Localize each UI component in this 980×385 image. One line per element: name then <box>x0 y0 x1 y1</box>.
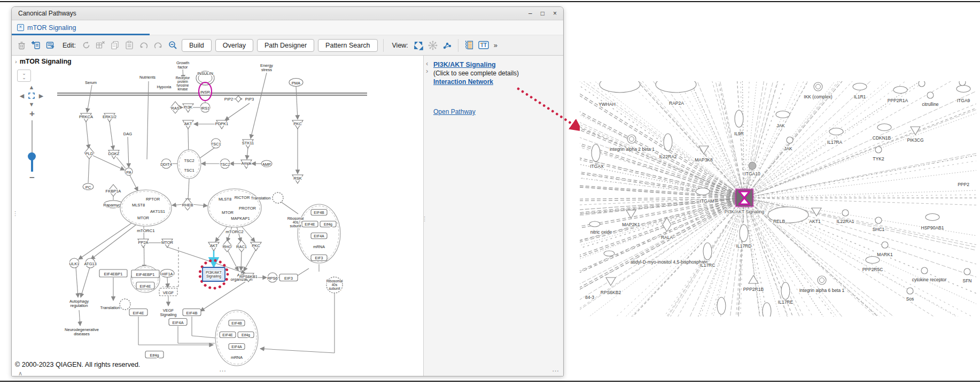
pathway-node-mtor[interactable]: MTOR <box>161 239 174 248</box>
radial-layout-icon[interactable] <box>427 40 438 51</box>
pathway-node-eif3[interactable]: EIF3 <box>279 274 298 281</box>
pathway-node-erk1-2[interactable]: ERK1/2 <box>103 113 116 122</box>
pathway-node-rsk[interactable]: RSK <box>292 175 303 183</box>
pathway-node-mlst8[interactable]: MLST8 <box>219 197 231 202</box>
left-drag-handle[interactable]: ⋮ <box>12 211 18 216</box>
zoom-slider-knob[interactable] <box>28 152 36 160</box>
path-designer-button[interactable]: Path Designer <box>257 39 314 52</box>
network-node-itgax[interactable]: ITGAX <box>590 144 604 169</box>
pathway-node-prkca[interactable]: PRKCA <box>79 113 93 122</box>
pathway-node-vegf-signaling[interactable]: VEGFSignaling <box>160 308 177 317</box>
pathway-node-ddit4[interactable]: DDIT4 <box>160 159 172 168</box>
pathway-node-amp[interactable]: AMP <box>261 160 272 167</box>
pathway-node-eif4g[interactable]: Eif4g <box>320 221 336 227</box>
minimize-button[interactable]: – <box>528 10 532 17</box>
redo-icon[interactable] <box>153 40 164 51</box>
overlay-button[interactable]: Overlay <box>215 39 253 52</box>
pathway-node-ampk[interactable]: Ampk <box>241 160 252 168</box>
pathway-node-tsc1[interactable]: TSC1 <box>184 168 194 173</box>
pan-right-button[interactable]: ▶ <box>39 93 43 99</box>
expand-icon[interactable] <box>413 40 424 51</box>
network-node-hsp90ab1[interactable]: HSP90AB1 <box>921 214 944 230</box>
pathway-node-pdpk1[interactable]: PDPK1 <box>215 120 229 129</box>
pathway-node-akt[interactable]: AKT <box>183 120 193 129</box>
network-node-shape[interactable] <box>919 81 925 87</box>
fit-view-icon[interactable] <box>28 93 35 99</box>
pathway-node-pkc[interactable]: PKC <box>251 242 261 251</box>
zoom-slider[interactable] <box>17 120 47 172</box>
text-format-icon[interactable]: TT <box>478 40 489 51</box>
copy-icon[interactable] <box>110 40 120 51</box>
pathway-node-pip2[interactable]: PIP2 <box>224 97 233 102</box>
pan-left-button[interactable]: ◀ <box>20 93 24 99</box>
pan-down-button[interactable]: ▼ <box>29 101 35 107</box>
pathway-node-ras[interactable]: RAS <box>170 102 180 113</box>
network-node-shape[interactable] <box>763 303 771 317</box>
pathway-node-pip3[interactable]: PIP3 <box>245 97 254 102</box>
undo-icon[interactable] <box>138 40 149 51</box>
pathway-node-rho[interactable]: RHO <box>222 240 232 252</box>
pathway-node-eif4a[interactable]: EIF4A <box>169 319 187 326</box>
panel-bottom-drag-handle[interactable]: ⋯ <box>552 367 559 375</box>
pathway-node-receptor-protein-tyrosine-kinase[interactable]: Receptorproteintyrosinekinase <box>176 76 190 91</box>
pathway-node-tsc2[interactable]: TSC2 <box>220 159 230 168</box>
pathway-node-serum[interactable]: Serum <box>85 80 97 85</box>
pathway-node-shape[interactable] <box>273 192 283 203</box>
collapse-bottom-chevron[interactable]: ∧ <box>18 370 22 377</box>
panel-expand-right-icon[interactable]: › <box>426 67 428 75</box>
pathway-node-eif4e[interactable]: EIF4E <box>220 332 236 338</box>
network-node-tyk2[interactable]: TYK2 <box>873 147 884 161</box>
pathway-node-rheb[interactable]: RHEB <box>182 198 193 210</box>
pathway-node-mrna[interactable]: mRNA <box>313 244 325 249</box>
pathway-node-mapkap1[interactable]: MAPKAP1 <box>231 216 250 221</box>
divider-drag-handle[interactable]: ⋮ <box>422 216 427 221</box>
pathway-node-mtorc2[interactable]: mTORC2 <box>225 229 244 234</box>
pathway-node-tsc1[interactable]: TSC1 <box>211 138 221 148</box>
paste-icon[interactable] <box>124 40 135 51</box>
pathway-node-mlst8[interactable]: MLST8 <box>132 203 145 207</box>
zoom-out-button[interactable]: − <box>17 173 47 183</box>
pathway-node-hypoxia[interactable]: Hypoxia <box>157 84 172 89</box>
pathway-node-dgkz[interactable]: DGKZ <box>108 150 120 159</box>
pathway-node-translation[interactable]: Translation <box>251 196 271 201</box>
pathway-node-eif4a[interactable]: EIF4A <box>311 233 327 239</box>
network-node-ppp2[interactable]: PPP2 <box>958 182 969 187</box>
pathway-node-autophagy-regulation[interactable]: Autophagyregulation <box>69 299 89 308</box>
network-node-ppp2r5c[interactable]: PPP2R5C <box>862 257 883 272</box>
pathway-node-eif4e[interactable]: EIF4E <box>129 309 147 316</box>
network-node-il17re[interactable]: IL17RE <box>778 282 794 305</box>
pathway-node-eif4e[interactable]: EIF4E <box>302 221 318 227</box>
network-node-shape[interactable] <box>959 81 966 86</box>
pathway-node-rps6[interactable]: RPS6 <box>267 273 278 282</box>
network-node-sos[interactable]: Sos <box>906 288 914 302</box>
pathway-node-mtorc1[interactable]: mTORC1 <box>137 228 155 233</box>
network-node-shc1[interactable]: SHC1 <box>873 217 885 232</box>
tab-close-icon[interactable]: × <box>17 24 24 31</box>
network-node-cytokine-receptor[interactable]: cytokine receptor <box>912 267 947 282</box>
pathway-header[interactable]: › mTOR Signaling <box>15 58 72 65</box>
pathway-node-growth-factor[interactable]: Growthfactor <box>176 60 189 70</box>
pathway-node-fkbp1a[interactable]: FKBP1A <box>106 184 121 196</box>
collapse-overview-button[interactable]: ⌄⌄ <box>17 70 31 82</box>
network-node-rps6kb2[interactable]: RPS6KB2 <box>601 278 621 295</box>
pathway-node-eif4b[interactable]: EIF4B <box>183 309 201 316</box>
interaction-network-link[interactable]: Interaction Network <box>433 78 560 86</box>
network-node-itga10[interactable]: ITGA10 <box>744 162 760 176</box>
pathway-node-stk11[interactable]: STK11 <box>242 140 254 148</box>
zoom-in-button[interactable]: + <box>17 109 47 119</box>
network-node-ikk-complex[interactable]: IKK (complex) <box>804 82 833 99</box>
pi3k-akt-signaling-link[interactable]: PI3K/AKT Signaling <box>433 61 560 68</box>
refresh-icon[interactable] <box>81 40 91 51</box>
pathway-node-akt1s1[interactable]: AKT1S1 <box>150 209 165 214</box>
pathway-node-irs1[interactable]: IRS1 <box>200 103 210 112</box>
pathway-node-mtor[interactable]: MTOR <box>137 215 150 220</box>
close-button[interactable]: × <box>553 10 557 17</box>
pathway-node-pma[interactable]: PMA <box>289 79 303 87</box>
pathway-node-tsc2[interactable]: TSC2 <box>184 158 194 163</box>
network-node-ywhah[interactable]: YWHAH <box>598 81 640 107</box>
pathway-node-eif4a[interactable]: EIF4A <box>229 344 245 350</box>
pathway-node-nutrients[interactable]: Nutrients <box>139 75 155 80</box>
pathway-node-eif4b[interactable]: EIF4B <box>311 210 327 215</box>
network-node-cdkn1b[interactable]: CDKN1B <box>873 124 891 141</box>
pathway-node-insulin[interactable]: INSULIN <box>197 71 213 76</box>
